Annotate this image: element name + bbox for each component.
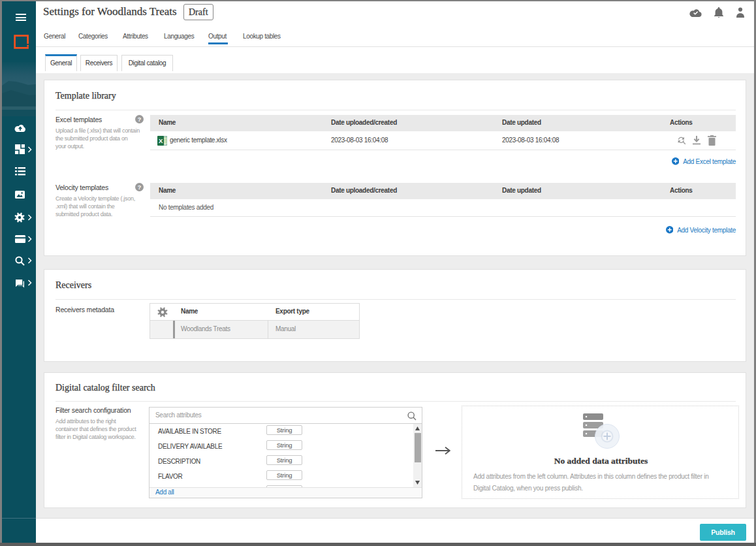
svg-text:X: X (159, 137, 163, 144)
svg-text:?: ? (138, 184, 142, 191)
svg-text:?: ? (138, 116, 142, 123)
